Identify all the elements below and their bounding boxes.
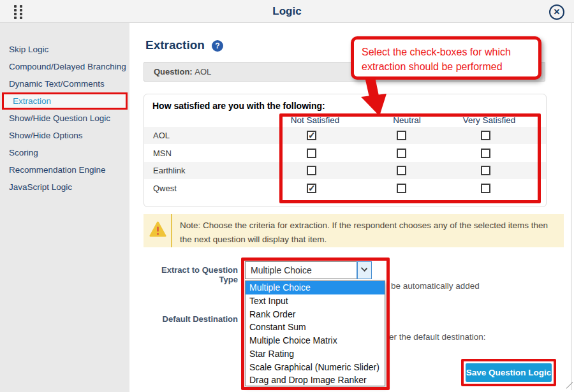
question-bar-label: Question: [154, 67, 193, 76]
table-row: Qwest [144, 180, 546, 197]
default-destination-label: Default Destination [144, 314, 238, 324]
sidebar-item-javascript-logic[interactable]: JavaScript Logic [0, 178, 129, 196]
column-header-very-satisfied: Very Satisfied [448, 115, 531, 125]
row-label: Earthlink [153, 166, 186, 175]
sidebar-item-dynamic-text-comments[interactable]: Dynamic Text/Comments [0, 75, 129, 92]
row-label: AOL [153, 131, 170, 140]
question-bar-value: AOL [195, 67, 211, 76]
dropdown-option-multiple-choice[interactable]: Multiple Choice [246, 281, 385, 294]
checkbox-qwest-neutral[interactable] [397, 184, 406, 193]
sidebar-item-show-hide-options[interactable]: Show/Hide Options [0, 127, 129, 144]
column-header-not-satisfied: Not Satisfied [274, 115, 357, 125]
question-type-select-value: Multiple Choice [251, 265, 312, 275]
checkbox-earthlink-very-satisfied[interactable] [481, 166, 490, 175]
table-row: Earthlink [144, 162, 546, 179]
note-divider [171, 214, 172, 247]
checkbox-aol-very-satisfied[interactable] [481, 131, 490, 140]
save-question-logic-button[interactable]: Save Question Logic [466, 363, 552, 382]
chevron-down-icon[interactable] [357, 262, 371, 279]
question-type-dropdown: Multiple Choice Text Input Rank Order Co… [245, 280, 385, 386]
table-row: AOL [144, 127, 546, 144]
partial-text-auto-added: be automatically added [391, 281, 480, 291]
close-icon[interactable]: ✕ [549, 4, 564, 20]
checkbox-msn-neutral[interactable] [397, 149, 406, 158]
question-type-select[interactable]: Multiple Choice [245, 261, 372, 279]
extract-to-question-type-label: Extract to Question Type [144, 265, 238, 284]
checkbox-qwest-not-satisfied[interactable] [307, 184, 316, 193]
dialog-header: Logic ✕ [0, 0, 574, 23]
page-title: Extraction [145, 38, 205, 52]
dropdown-option-star-rating[interactable]: Star Rating [246, 347, 385, 361]
sidebar-item-recommendation-engine[interactable]: Recommendation Engine [0, 161, 129, 178]
dropdown-option-rank-order[interactable]: Rank Order [246, 308, 385, 321]
partial-text-default-destination: er the default destination: [389, 332, 486, 342]
note-text: Note: Choose the criteria for extraction… [180, 219, 560, 247]
checkbox-msn-very-satisfied[interactable] [481, 149, 490, 158]
logic-dialog: Logic ✕ Skip Logic Compound/Delayed Bran… [0, 0, 574, 392]
table-row: MSN [144, 145, 546, 162]
panel-right-border [571, 23, 571, 390]
dropdown-option-drag-drop-image-ranker[interactable]: Drag and Drop Image Ranker [246, 374, 385, 387]
dialog-title: Logic [0, 5, 574, 18]
sidebar-item-compound-delayed-branching[interactable]: Compound/Delayed Branching [0, 58, 129, 75]
row-label: Qwest [153, 184, 177, 193]
checkbox-earthlink-not-satisfied[interactable] [307, 166, 316, 175]
sidebar-item-skip-logic[interactable]: Skip Logic [0, 41, 129, 58]
annotation-arrow-icon [356, 77, 394, 122]
sidebar-item-scoring[interactable]: Scoring [0, 144, 129, 161]
sidebar-item-extraction[interactable]: Extraction [2, 92, 128, 110]
sidebar-item-show-hide-question-logic[interactable]: Show/Hide Question Logic [0, 110, 129, 127]
checkbox-msn-not-satisfied[interactable] [307, 149, 316, 158]
matrix-question-title: How satisfied are you with the following… [152, 101, 325, 111]
dropdown-option-constant-sum[interactable]: Constant Sum [246, 321, 385, 334]
checkbox-qwest-very-satisfied[interactable] [481, 184, 490, 193]
dropdown-option-multiple-choice-matrix[interactable]: Multiple Choice Matrix [246, 334, 385, 347]
warning-icon [149, 221, 166, 237]
help-icon[interactable]: ? [212, 40, 223, 52]
checkbox-aol-not-satisfied[interactable] [307, 131, 316, 140]
annotation-callout: Select the check-boxes for which extract… [351, 36, 541, 80]
row-label: MSN [153, 149, 172, 158]
checkbox-earthlink-neutral[interactable] [397, 166, 406, 175]
dropdown-option-text-input[interactable]: Text Input [246, 294, 385, 308]
checkbox-aol-neutral[interactable] [397, 131, 406, 140]
logic-sidebar: Skip Logic Compound/Delayed Branching Dy… [0, 23, 129, 392]
dropdown-option-scale-graphical[interactable]: Scale Graphical (Numeric Slider) [246, 361, 385, 374]
